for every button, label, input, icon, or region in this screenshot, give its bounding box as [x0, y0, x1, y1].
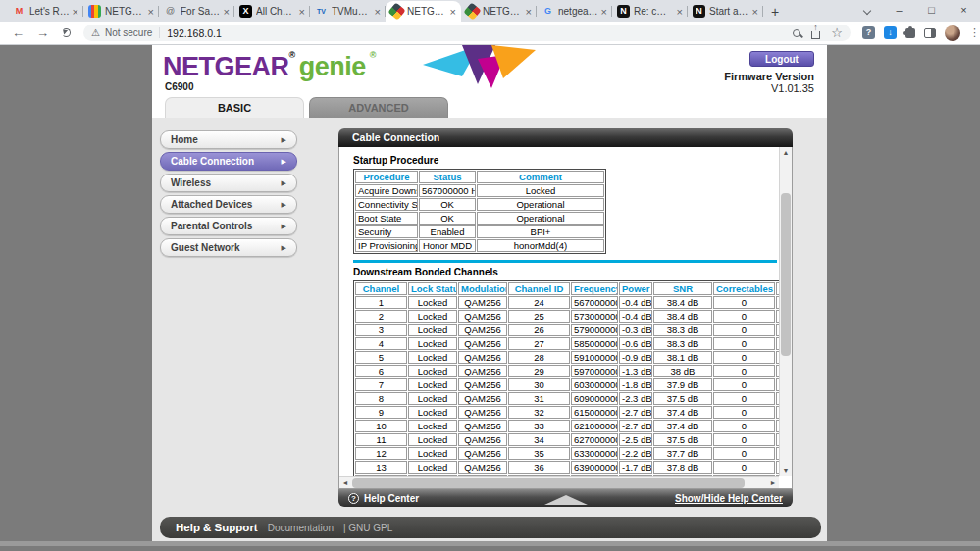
help-question-icon: ? — [348, 493, 359, 504]
forward-button[interactable]: → — [36, 26, 49, 39]
documentation-link[interactable]: Documentation — [268, 523, 334, 533]
table-cell: 37.4 dB — [653, 406, 712, 419]
table-cell: Locked — [408, 324, 457, 336]
table-cell: -1.7 dBmV — [619, 461, 652, 474]
tab-favicon — [693, 5, 705, 18]
table-row: 1LockedQAM25624567000000 Hz-0.4 dBmV38.4… — [355, 296, 779, 309]
sidebar-item[interactable]: Home ▶ — [160, 130, 297, 149]
table-cell: QAM256 — [458, 433, 507, 446]
table-cell: OK — [419, 198, 476, 211]
browser-tab[interactable]: NETGEAR N × — [83, 1, 159, 22]
back-button[interactable]: ← — [12, 26, 25, 39]
tab-close-icon[interactable]: × — [526, 7, 532, 17]
sidebar-item[interactable]: Parental Controls ▶ — [160, 217, 297, 235]
scroll-left-icon[interactable]: ◄ — [339, 477, 351, 489]
table-cell: -0.4 dBmV — [619, 310, 652, 323]
table-cell: 633000000 Hz — [571, 447, 618, 460]
sidebar-item[interactable]: Cable Connection ▶ — [160, 152, 297, 171]
tab-title: Re: cm500 — [634, 6, 675, 17]
table-cell: 0 — [713, 461, 775, 474]
tab-close-icon[interactable]: × — [752, 7, 758, 17]
show-hide-help-link[interactable]: Show/Hide Help Center — [675, 493, 783, 504]
help-expand-arrow-icon[interactable] — [544, 495, 588, 505]
vertical-scrollbar[interactable]: ▲ ▼ — [779, 147, 792, 476]
tab-close-icon[interactable]: × — [299, 7, 305, 17]
share-icon[interactable] — [811, 31, 820, 39]
sidebar-item[interactable]: Wireless ▶ — [160, 174, 297, 192]
chevron-right-icon: ▶ — [282, 158, 286, 166]
table-cell: QAM256 — [458, 420, 507, 432]
sidebar-item[interactable]: Guest Network ▶ — [160, 238, 297, 257]
horizontal-scroll-thumb[interactable] — [352, 478, 745, 488]
firmware-version-label: Firmware Version — [724, 71, 814, 82]
tab-close-icon[interactable]: × — [375, 7, 381, 17]
side-panel-icon[interactable] — [924, 28, 936, 38]
profile-avatar[interactable] — [945, 25, 960, 41]
close-button[interactable]: × — [948, 0, 980, 22]
minimize-button[interactable]: – — [883, 0, 915, 22]
gnu-gpl-link[interactable]: | GNU GPL — [343, 523, 392, 533]
table-cell: 7 — [355, 378, 407, 391]
table-cell: 28 — [508, 351, 570, 364]
question-extension-icon[interactable]: ? — [862, 26, 875, 39]
browser-menu-icon[interactable]: ⋮ — [969, 26, 980, 39]
download-extension-icon[interactable]: ↓ — [884, 26, 897, 39]
model-number: C6900 — [165, 81, 193, 92]
browser-tab[interactable]: Let's Reset × — [8, 1, 83, 22]
browser-tab[interactable]: Re: cm500 × — [612, 1, 688, 22]
table-row: SecurityEnabledBPI+ — [355, 225, 604, 238]
table-cell: -2.3 dBmV — [619, 392, 652, 405]
scroll-up-icon[interactable]: ▲ — [780, 147, 792, 159]
tab-favicon — [463, 2, 481, 20]
browser-tab[interactable]: For Sale: Al × — [159, 1, 234, 22]
bookmark-star-icon[interactable]: ☆ — [831, 26, 843, 39]
tab-close-icon[interactable]: × — [224, 7, 230, 17]
tab-close-icon[interactable]: × — [677, 7, 683, 17]
browser-tab[interactable]: Start a New × — [688, 1, 763, 22]
browser-tab[interactable]: NETGEAR G × — [386, 1, 461, 22]
scroll-right-icon[interactable]: ► — [767, 477, 779, 489]
tab-search-chevron-icon[interactable] — [863, 7, 871, 15]
table-cell: Locked — [477, 184, 604, 197]
table-cell: 37.8 dB — [653, 461, 712, 474]
table-cell: 38.3 dB — [653, 324, 712, 336]
startup-procedure-table: ProcedureStatusComment Acquire Downstrea… — [353, 169, 606, 254]
sidebar-nav: Home ▶ Cable Connection ▶ Wireless ▶ — [160, 130, 297, 257]
table-row: 8LockedQAM25631609000000 Hz-2.3 dBmV37.5… — [355, 392, 779, 405]
tab-close-icon[interactable]: × — [73, 7, 78, 17]
table-cell: 579000000 Hz — [571, 324, 618, 336]
table-cell: QAM256 — [458, 351, 507, 364]
table-cell: 567000000 Hz — [571, 296, 618, 309]
tab-advanced[interactable]: ADVANCED — [309, 97, 448, 118]
table-cell: Honor MDD — [419, 239, 476, 252]
omnibox[interactable]: ⚠ Not secure 192.168.0.1 ☆ — [83, 25, 851, 41]
table-cell: 0 — [713, 392, 775, 405]
browser-tab[interactable]: netgear mo × — [537, 1, 612, 22]
tab-basic[interactable]: BASIC — [165, 97, 304, 118]
logout-button[interactable]: Logout — [749, 51, 814, 67]
browser-tab[interactable]: NETGEAR G × — [461, 1, 537, 22]
tab-close-icon[interactable]: × — [601, 7, 607, 17]
table-cell: Locked — [408, 433, 457, 446]
browser-tab[interactable]: TVMucho - × — [310, 1, 386, 22]
netgear-genie-logo: NETGEAR®genie® — [163, 50, 376, 82]
browser-tab[interactable]: All Channel × — [234, 1, 310, 22]
extensions-puzzle-icon[interactable] — [905, 28, 915, 38]
table-cell: 38.4 dB — [653, 310, 712, 323]
extensions-area: ? ↓ ⋮ — [862, 25, 980, 41]
firmware-version-value: V1.01.35 — [724, 82, 814, 94]
zoom-icon[interactable] — [793, 29, 800, 37]
horizontal-scrollbar[interactable]: ◄ ► — [339, 476, 779, 488]
reload-button[interactable] — [62, 28, 71, 37]
sidebar-item[interactable]: Attached Devices ▶ — [160, 195, 297, 214]
new-tab-button[interactable]: + — [771, 4, 779, 22]
maximize-button[interactable]: □ — [915, 0, 948, 22]
vertical-scroll-thumb[interactable] — [781, 193, 791, 356]
table-row: 10LockedQAM25633621000000 Hz-2.7 dBmV37.… — [355, 420, 779, 432]
downstream-channels-heading: Downstream Bonded Channels — [353, 267, 779, 277]
tab-title: NETGEAR N — [105, 6, 146, 17]
chevron-right-icon: ▶ — [282, 244, 286, 252]
tab-close-icon[interactable]: × — [450, 7, 456, 17]
scroll-down-icon[interactable]: ▼ — [780, 465, 792, 476]
tab-close-icon[interactable]: × — [148, 7, 154, 17]
